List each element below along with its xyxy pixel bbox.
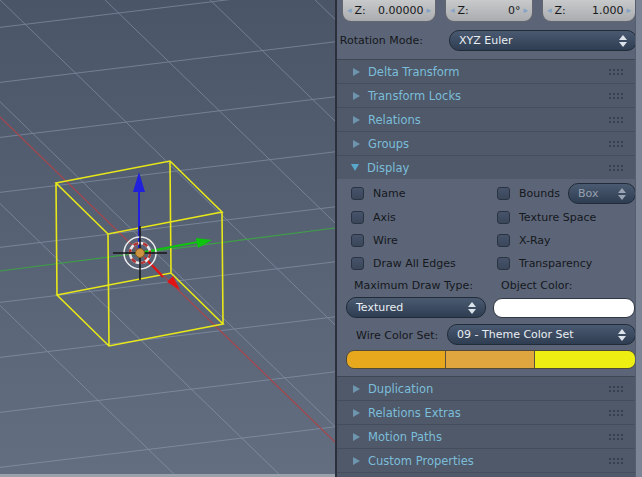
blender-window: ◂ Z: 0.00000 ▸ ◂ Z: 0° ▸ ◂ Z: 1.000 ▸ Ro… [0, 0, 642, 477]
increment-arrow-icon[interactable]: ▸ [426, 6, 431, 15]
panel-grip-icon[interactable] [608, 68, 624, 77]
panel-grip-icon[interactable] [608, 164, 624, 173]
expand-arrow-icon [353, 433, 360, 441]
dropdown-arrows-icon [618, 329, 626, 341]
wire-color-set-dropdown[interactable]: 09 - Theme Color Set [447, 324, 636, 345]
object-color-swatch[interactable] [493, 298, 635, 318]
transparency-checkbox[interactable] [497, 257, 510, 270]
section-header-delta-transform[interactable]: Delta Transform [337, 60, 637, 84]
collapse-arrow-icon [351, 164, 359, 171]
wire-color-swatch-1[interactable] [347, 351, 445, 368]
section-header-groups[interactable]: Groups [337, 132, 637, 156]
expand-arrow-icon [353, 385, 360, 393]
decrement-arrow-icon[interactable]: ◂ [347, 6, 352, 15]
3d-viewport-canvas[interactable] [0, 0, 335, 477]
section-header-display[interactable]: Display [337, 156, 637, 180]
wire-checkbox[interactable] [351, 234, 364, 247]
rotation-mode-dropdown[interactable]: XYZ Euler [449, 30, 637, 51]
panel-grip-icon[interactable] [608, 433, 624, 442]
expand-arrow-icon [353, 409, 360, 417]
panel-grip-icon[interactable] [608, 116, 624, 125]
dropdown-arrows-icon [618, 188, 626, 200]
wire-color-swatch-bar [346, 350, 636, 369]
dropdown-arrows-icon [619, 35, 627, 47]
section-header-transform-locks[interactable]: Transform Locks [337, 84, 637, 108]
expand-arrow-icon [353, 68, 360, 76]
panel-grip-icon[interactable] [608, 457, 624, 466]
expand-arrow-icon [353, 140, 360, 148]
section-header-duplication[interactable]: Duplication [337, 377, 637, 401]
xray-checkbox[interactable] [497, 234, 510, 247]
max-draw-type-label: Maximum Draw Type: [354, 279, 473, 292]
expand-arrow-icon [353, 116, 360, 124]
location-z-field[interactable]: ◂ Z: 0.00000 ▸ [342, 0, 436, 22]
draw-all-edges-checkbox[interactable] [351, 257, 364, 270]
wire-color-swatch-2[interactable] [445, 351, 534, 368]
max-draw-type-dropdown[interactable]: Textured [346, 297, 486, 318]
bounds-checkbox[interactable] [497, 187, 510, 200]
expand-arrow-icon [353, 457, 360, 465]
section-header-motion-paths[interactable]: Motion Paths [337, 425, 637, 449]
increment-arrow-icon[interactable]: ▸ [523, 6, 528, 15]
panel-scrollbar[interactable] [635, 0, 642, 477]
rotation-mode-label: Rotation Mode: [337, 34, 423, 47]
axis-checkbox[interactable] [351, 211, 364, 224]
wire-color-set-label: Wire Color Set: [356, 329, 438, 342]
object-origin-dot[interactable] [136, 249, 145, 258]
object-properties-panel: ◂ Z: 0.00000 ▸ ◂ Z: 0° ▸ ◂ Z: 1.000 ▸ Ro… [335, 0, 642, 477]
panel-grip-icon[interactable] [608, 385, 624, 394]
scale-z-field[interactable]: ◂ Z: 1.000 ▸ [542, 0, 636, 22]
section-header-custom-properties[interactable]: Custom Properties [337, 449, 637, 473]
decrement-arrow-icon[interactable]: ◂ [547, 6, 552, 15]
texture-space-checkbox[interactable] [497, 211, 510, 224]
dropdown-arrows-icon [468, 302, 476, 314]
3d-viewport[interactable] [0, 0, 335, 477]
bounds-type-dropdown[interactable]: Box [568, 183, 636, 204]
name-checkbox[interactable] [351, 187, 364, 200]
panel-grip-icon[interactable] [608, 140, 624, 149]
object-color-label: Object Color: [501, 279, 573, 292]
section-header-relations-extras[interactable]: Relations Extras [337, 401, 637, 425]
decrement-arrow-icon[interactable]: ◂ [450, 6, 455, 15]
increment-arrow-icon[interactable]: ▸ [626, 6, 631, 15]
expand-arrow-icon [353, 92, 360, 100]
panel-grip-icon[interactable] [608, 409, 624, 418]
panel-grip-icon[interactable] [608, 92, 624, 101]
display-section-content: Name Axis Wire Draw All Edges Bounds T [337, 179, 637, 376]
transform-fields-area: ◂ Z: 0.00000 ▸ ◂ Z: 0° ▸ ◂ Z: 1.000 ▸ Ro… [337, 0, 637, 59]
wire-color-swatch-3[interactable] [534, 351, 635, 368]
section-header-relations[interactable]: Relations [337, 108, 637, 132]
rotation-z-field[interactable]: ◂ Z: 0° ▸ [445, 0, 533, 22]
viewport-background [0, 0, 335, 477]
